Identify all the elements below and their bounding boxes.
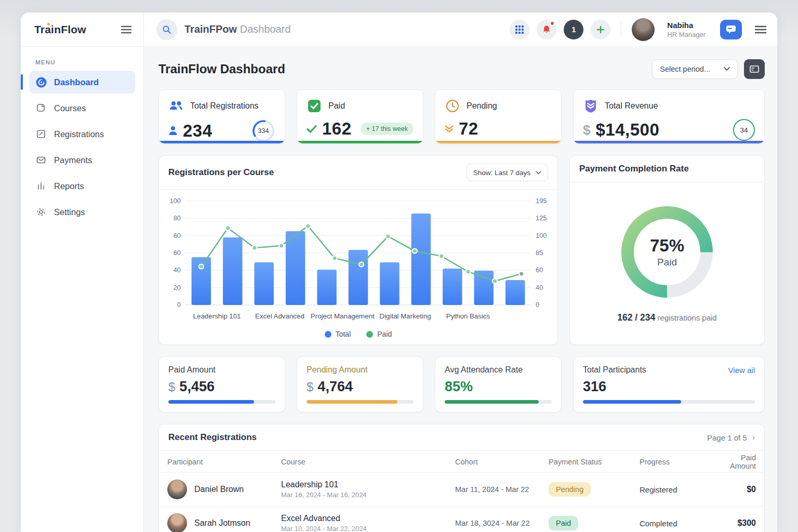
paid-legend-dot [366,331,373,338]
apps-grid-button[interactable] [510,20,529,39]
svg-text:100: 100 [170,197,181,205]
menu-button[interactable] [754,25,767,34]
settings-icon [35,206,47,218]
chevron-down-icon [724,67,730,71]
svg-text:40: 40 [536,284,543,291]
revenue-shield-icon [583,98,598,114]
recent-registrations-card: Recent Registrations Page 1 of 5 › Parti… [158,424,765,532]
svg-text:60: 60 [536,267,543,274]
check-icon [307,125,317,133]
status-badge: Paid [549,516,578,530]
stat-card-paid: Paid 162 + 17 this week [297,89,423,144]
attendance-rate-card: Avg Attendance Rate 85% [435,356,562,413]
paid-amount-card: Paid Amount $5,456 [158,356,285,413]
chat-button[interactable] [720,20,742,39]
dashboard-content: TrainFlow Dashboard Select period... [144,47,777,532]
courses-icon [35,102,47,114]
svg-text:Excel Advanced: Excel Advanced [255,312,304,320]
svg-text:100: 100 [536,232,547,240]
svg-text:20: 20 [174,284,181,291]
notification-dot [550,21,555,26]
sidebar-item-settings[interactable]: Settings [29,201,135,223]
sidebar: TrainFlow MENU Dashboard [21,12,144,532]
user-meta: Nabiha HR Manager [667,21,706,38]
sidebar-nav: Dashboard Courses Registrations Payments [21,71,143,223]
divider [621,22,621,37]
dollar-icon: $ [583,122,590,138]
stat-cards-row: Total Registrations 234 334 [158,89,765,144]
user-avatar[interactable] [632,18,655,41]
sidebar-item-payments[interactable]: Payments [29,149,135,171]
hamburger-icon [121,25,132,34]
paid-amount-progress [168,400,275,404]
card-icon [750,65,759,73]
sidebar-item-dashboard[interactable]: Dashboard [29,71,135,94]
menu-section-label: MENU [21,47,143,71]
person-icon [168,126,178,136]
chart-legend: Total Paid [159,329,557,344]
table-header-row: Participant Course Cohort Payment Status… [159,451,764,473]
card-view-button[interactable] [744,59,765,79]
registrations-chart-card: Registrations per Course Show: Last 7 da… [158,155,558,345]
hamburger-icon [754,25,767,34]
double-chevron-icon [445,125,454,132]
participants-progress [583,400,755,404]
donut-percent: 75% [650,236,684,256]
plus-icon [596,25,605,34]
svg-text:0: 0 [177,301,181,309]
avatar [167,513,187,532]
svg-text:85: 85 [536,249,543,257]
stat-card-total-registrations: Total Registrations 234 334 [158,89,285,144]
user-name: Nabiha [667,21,706,30]
page-title: TrainFlow Dashboard [158,62,285,76]
message-count-badge[interactable]: 1 [564,20,583,39]
table-row[interactable]: Sarah Jotmson Excel AdvancedMar 10, 2024… [159,507,764,532]
sidebar-item-courses[interactable]: Courses [29,97,135,119]
payment-completion-card: Payment Completion Rate [569,155,765,345]
stat-card-total-revenue: Total Revenue $ $14,500 34 [573,89,765,144]
clock-icon [445,98,460,114]
donut-percent-label: Paid [657,257,677,268]
next-page-button[interactable]: › [752,433,755,442]
header-title: TrainFPow Dashboard [184,23,291,35]
search-button[interactable] [156,19,177,40]
bell-icon [542,25,551,34]
top-bar: TrainFPow Dashboard 1 [144,12,777,47]
period-select[interactable]: Select period... [652,59,738,79]
sidebar-item-registrations[interactable]: Registrations [29,123,135,145]
attendance-progress [445,400,552,404]
checkbox-icon [307,98,322,114]
svg-text:Python Basics: Python Basics [446,312,490,320]
donut-caption: 162 / 234 registrations paid [617,312,716,323]
view-all-link[interactable]: View ail [728,366,755,375]
svg-text:60: 60 [174,232,181,240]
svg-text:125: 125 [536,215,547,222]
sidebar-item-reports[interactable]: Reports [29,175,135,197]
status-badge: Pending [549,482,591,497]
chevron-down-icon [536,171,541,175]
stat-card-pending: Pending 72 [435,89,562,144]
svg-text:40: 40 [174,267,181,274]
reports-icon [35,180,47,192]
app-window: TrainFlow MENU Dashboard [21,12,777,532]
user-role: HR Manager [667,31,706,38]
notifications-button[interactable] [537,20,556,39]
pending-amount-card: Pending Amount $4,764 [297,356,423,413]
chart-range-select[interactable]: Show: Last 7 days [467,164,548,181]
mini-cards-row: Paid Amount $5,456 Pending Amount $4,764… [158,356,765,413]
logo-accent-dot [47,23,50,25]
app-logo: TrainFlow [34,23,86,36]
table-row[interactable]: Daniel Brown Leadership 101Mar 16, 2024 … [159,473,764,507]
dashboard-icon [35,76,47,88]
sidebar-collapse-button[interactable] [121,25,132,34]
add-button[interactable] [591,20,610,39]
svg-text:195: 195 [536,197,547,205]
chat-bubble-icon [726,25,736,34]
users-icon [168,98,184,114]
revenue-circle-badge: 34 [733,119,755,141]
table-title: Recent Registrations [168,432,257,443]
svg-text:80: 80 [174,215,181,222]
completion-donut: 75% Paid [615,200,719,304]
search-icon [162,25,171,34]
avatar [167,480,187,499]
